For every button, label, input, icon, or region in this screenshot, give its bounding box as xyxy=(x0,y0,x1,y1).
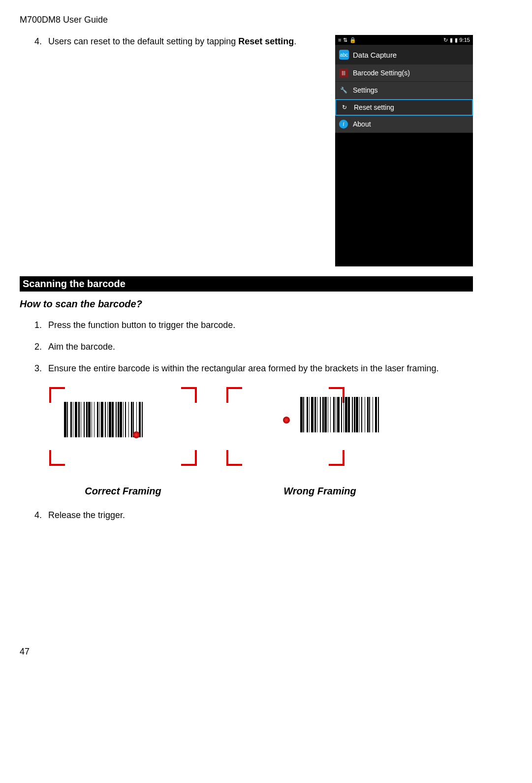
app-icon: abc xyxy=(339,50,349,60)
reset-icon: ↻ xyxy=(340,103,349,112)
framing-examples: Correct Framing Wrong Framing xyxy=(49,387,473,497)
app-title: Data Capture xyxy=(353,51,397,59)
signal-icon: ▮ xyxy=(450,37,453,43)
info-icon: i xyxy=(339,120,348,129)
menu-barcode-settings[interactable]: ||| Barcode Setting(s) xyxy=(335,65,473,82)
bracket-tl xyxy=(226,387,242,403)
bracket-tr xyxy=(181,387,197,403)
page-number: 47 xyxy=(20,647,30,657)
correct-caption: Correct Framing xyxy=(85,486,161,497)
step-text: Aim the barcode. xyxy=(48,338,115,355)
step-prefix: Users can reset to the default setting b… xyxy=(48,36,238,46)
menu-settings[interactable]: 🔧 Settings xyxy=(335,82,473,99)
barcode-image xyxy=(64,402,182,437)
battery-icon: ▮ xyxy=(455,37,458,43)
step-4: 4. Release the trigger. xyxy=(34,507,473,523)
step-number: 4. xyxy=(34,507,48,523)
bracket-tl xyxy=(49,387,65,403)
bracket-br xyxy=(329,450,344,466)
menu-about[interactable]: i About xyxy=(335,116,473,133)
lock-icon: 🔒 xyxy=(349,37,356,43)
doc-header: M700DM8 User Guide xyxy=(20,15,473,25)
app-bar: abc Data Capture xyxy=(335,45,473,65)
step-2: 2. Aim the barcode. xyxy=(34,338,473,355)
menu-icon: ≡ xyxy=(338,37,341,43)
status-bar: ≡ ⇅ 🔒 ↻ ▮ ▮ 9:15 xyxy=(335,35,473,45)
barcode-icon: ||| xyxy=(339,68,348,77)
wrong-caption: Wrong Framing xyxy=(283,486,356,497)
status-time: 9:15 xyxy=(460,37,470,43)
step-suffix: . xyxy=(294,36,296,46)
reset-step: 4. Users can reset to the default settin… xyxy=(34,35,335,48)
wifi-icon: ⇅ xyxy=(343,37,347,43)
sub-heading: How to scan the barcode? xyxy=(20,298,473,310)
barcode-image xyxy=(300,397,418,432)
step-number: 2. xyxy=(34,338,48,355)
step-text: Press the function button to trigger the… xyxy=(48,317,235,333)
menu-label: Settings xyxy=(353,86,378,94)
bracket-br xyxy=(181,450,197,466)
laser-dot xyxy=(133,431,140,438)
menu-label: Barcode Setting(s) xyxy=(353,69,410,77)
bracket-bl xyxy=(49,450,65,466)
sync-icon: ↻ xyxy=(443,37,448,43)
step-text: Release the trigger. xyxy=(48,507,125,523)
step-number: 3. xyxy=(34,360,48,377)
wrench-icon: 🔧 xyxy=(339,86,348,95)
laser-dot xyxy=(283,417,290,424)
menu-reset-setting[interactable]: ↻ Reset setting xyxy=(335,99,473,116)
menu-label: About xyxy=(353,120,371,128)
correct-frame xyxy=(49,387,197,466)
step-text: Ensure the entire barcode is within the … xyxy=(48,360,438,377)
step-number: 4. xyxy=(34,35,48,48)
wrong-framing-col: Wrong Framing xyxy=(226,387,413,497)
step-3: 3. Ensure the entire barcode is within t… xyxy=(34,360,473,377)
step-bold: Reset setting xyxy=(238,36,294,46)
top-section: 4. Users can reset to the default settin… xyxy=(20,35,473,266)
wrong-frame xyxy=(226,387,413,466)
correct-framing-col: Correct Framing xyxy=(49,387,197,497)
step-number: 1. xyxy=(34,317,48,333)
step-text: Users can reset to the default setting b… xyxy=(48,35,296,48)
bracket-bl xyxy=(226,450,242,466)
step-1: 1. Press the function button to trigger … xyxy=(34,317,473,333)
menu-label: Reset setting xyxy=(354,103,394,111)
section-title: Scanning the barcode xyxy=(20,276,473,292)
phone-screenshot: ≡ ⇅ 🔒 ↻ ▮ ▮ 9:15 abc Data Capture ||| Ba… xyxy=(335,35,473,266)
